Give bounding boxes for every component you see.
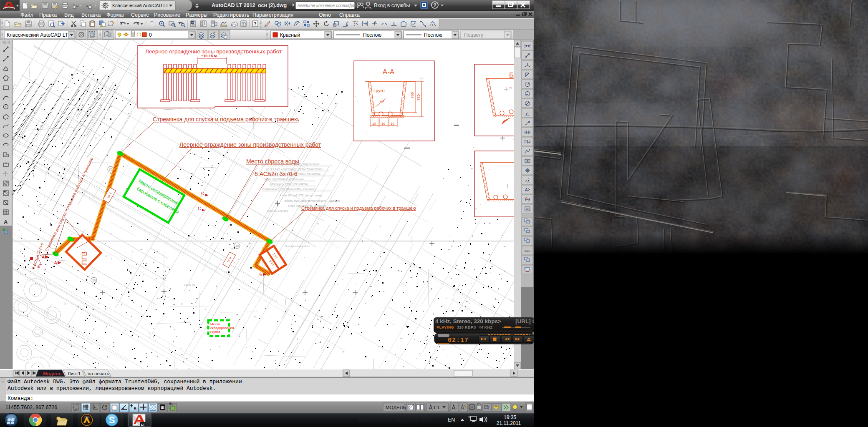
svg-text:[URL] Gr: [URL] Gr: [515, 318, 534, 324]
svg-text:п: п: [510, 86, 512, 90]
svg-text:на печать: на печать: [88, 371, 109, 376]
svg-text:320 KBPS: 320 KBPS: [457, 325, 476, 329]
svg-text:Стремянка для спуска и подъема: Стремянка для спуска и подъема рабочих в…: [301, 206, 416, 211]
svg-text:грунта: грунта: [210, 330, 220, 334]
svg-text:Введите ключевое слово/фразу: Введите ключевое слово/фразу: [298, 3, 361, 8]
svg-text:Место: Место: [210, 322, 220, 326]
svg-text:10: 10: [92, 279, 96, 282]
svg-text:Вид: Вид: [64, 12, 74, 18]
svg-text:Красный: Красный: [280, 32, 300, 38]
svg-text:А-А: А-А: [383, 68, 395, 76]
svg-text:Рисование: Рисование: [154, 12, 180, 18]
svg-text:A: A: [527, 180, 530, 183]
svg-text:1:1: 1:1: [433, 405, 440, 410]
svg-text:750: 750: [416, 94, 421, 100]
svg-text:Справка: Справка: [339, 12, 360, 18]
svg-text:Сервис: Сервис: [131, 12, 149, 18]
svg-text:СЛ9-ЛЗ-Сочет4: СЛ9-ЛЗ-Сочет4: [267, 209, 288, 212]
svg-text:Параметризация: Параметризация: [252, 12, 293, 18]
svg-text:Заохранная доп: Заохранная доп: [285, 244, 310, 248]
svg-text:?: ?: [254, 21, 257, 26]
svg-text:Размеры: Размеры: [186, 12, 207, 18]
svg-text:Autodesk или в приложении, лиц: Autodesk или в приложении, лицензированн…: [8, 385, 216, 392]
svg-text:А: А: [54, 261, 57, 265]
svg-text:С: С: [201, 191, 204, 196]
svg-text:Файл Autodesk DWG. Это файл фо: Файл Autodesk DWG. Это файл формата Trus…: [8, 379, 242, 385]
svg-text:Послою: Послою: [363, 32, 381, 38]
svg-text:0: 0: [149, 32, 152, 38]
svg-text:Лист1: Лист1: [68, 371, 81, 376]
svg-text:КаЧкА Скачано Забрано.сом 2: КаЧкА Скачано Забрано.сом 2004: [359, 417, 431, 422]
svg-text:Классический AutoCAD LT: Классический AutoCAD LT: [112, 3, 169, 8]
svg-text:10: 10: [235, 244, 239, 247]
svg-text:21.11.2011: 21.11.2011: [497, 420, 521, 426]
svg-text:Классический AutoCAD LT: Классический AutoCAD LT: [7, 32, 68, 38]
svg-text:Окно: Окно: [319, 12, 331, 18]
svg-text:A: A: [4, 219, 8, 225]
svg-text:Место сброса воды: Место сброса воды: [246, 158, 299, 165]
svg-text:Стремянка для спуска и подъема: Стремянка для спуска и подъема рабочих в…: [153, 116, 299, 123]
svg-text:EN: EN: [448, 417, 455, 423]
svg-text:Команда:: Команда:: [8, 395, 33, 402]
svg-text:Правка: Правка: [39, 12, 57, 18]
svg-text:6 АСБ2л 3х70-6: 6 АСБ2л 3х70-6: [255, 171, 298, 177]
svg-text:9/4: 9/4: [37, 263, 42, 269]
svg-text:=10-15 м: =10-15 м: [201, 54, 217, 58]
svg-text:4 kHz, Stereo, 320 kbps>: 4 kHz, Stereo, 320 kbps>: [435, 318, 501, 324]
svg-text:С: С: [198, 206, 201, 211]
svg-text:Поцвету: Поцвету: [464, 32, 483, 38]
svg-text:44 KHZ: 44 KHZ: [479, 325, 493, 329]
svg-text:Б: Б: [260, 272, 262, 277]
svg-text:11455.7602, 867.6726: 11455.7602, 867.6726: [5, 404, 57, 410]
svg-text:?: ?: [434, 3, 437, 8]
svg-text:Модель: Модель: [43, 371, 62, 376]
svg-text:PLAYING: PLAYING: [437, 325, 454, 329]
svg-text:2 обм 04 чел 125 кВ-локСПб - с: 2 обм 04 чел 125 кВ-локСПб - светокаб: [262, 188, 315, 191]
svg-text:Послою: Послою: [424, 32, 442, 38]
svg-text:Формат: Формат: [106, 12, 125, 18]
svg-text:10: 10: [391, 122, 394, 126]
svg-text:A: A: [525, 188, 528, 192]
svg-text:Файл: Файл: [20, 12, 33, 18]
svg-text:МОДЕЛЬ: МОДЕЛЬ: [386, 405, 406, 410]
svg-text:осн (2).dwg: осн (2).dwg: [258, 3, 287, 8]
svg-text:ПГВ: ПГВ: [81, 251, 88, 265]
svg-text:ABC: ABC: [525, 249, 530, 252]
svg-text:19:35: 19:35: [504, 414, 516, 420]
svg-text:LT: LT: [141, 423, 145, 427]
svg-text:10: 10: [372, 122, 376, 126]
svg-text:2420 21: 2420 21: [184, 283, 196, 287]
svg-text:700: 700: [410, 92, 414, 98]
svg-text:10: 10: [381, 122, 385, 126]
svg-text:обин 3Д-3Л0-4ОЛ кабельные: обин 3Д-3Л0-4ОЛ кабельные: [265, 178, 304, 181]
svg-text:Редактировать: Редактировать: [213, 12, 249, 18]
svg-text:10: 10: [109, 168, 112, 171]
svg-text:AutoCAD LT 2012: AutoCAD LT 2012: [212, 3, 255, 8]
svg-text:складирования: складирования: [210, 326, 234, 330]
svg-text:Вход в службы: Вход в службы: [374, 3, 410, 8]
svg-text:Вставка: Вставка: [81, 12, 101, 18]
svg-text:4 обм 04 чм2-Л25- about - шнур: 4 обм 04 чм2-Л25- about - шнур: [280, 194, 322, 197]
svg-text:А: А: [42, 255, 45, 259]
svg-text:растащить СПб ЗЛ9 ло8054: растащить СПб ЗЛ9 ло8054: [270, 183, 308, 186]
svg-text:Леерное ограждение зоны произв: Леерное ограждение зоны производственных…: [179, 141, 321, 148]
svg-text:абота: nул.Собинfemerton som: абота: nул.Собинfemerton som - щpeople: [285, 199, 340, 203]
svg-text:Б: Б: [509, 71, 514, 79]
svg-text:Грунт: Грунт: [373, 88, 385, 93]
